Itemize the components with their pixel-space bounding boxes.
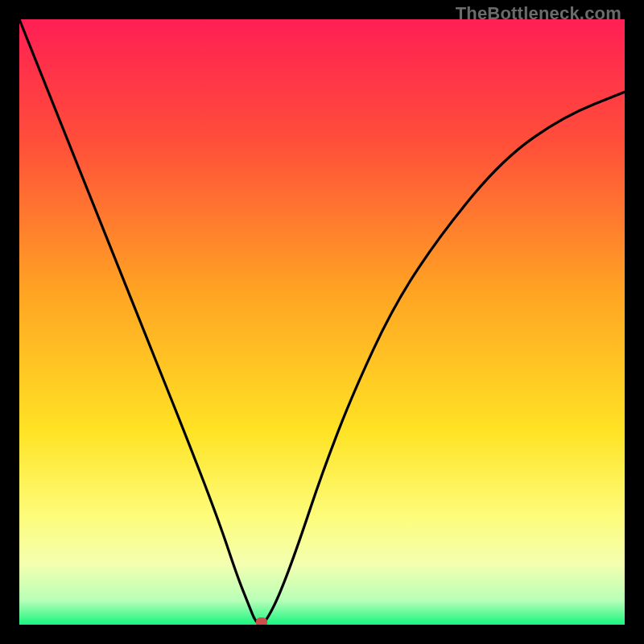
bottleneck-curve bbox=[19, 19, 625, 624]
optimal-point-marker bbox=[256, 617, 267, 625]
watermark-label: TheBottleneck.com bbox=[456, 3, 621, 24]
curve-layer bbox=[19, 19, 625, 625]
chart-container: TheBottleneck.com bbox=[0, 0, 644, 644]
plot-area bbox=[19, 19, 625, 625]
